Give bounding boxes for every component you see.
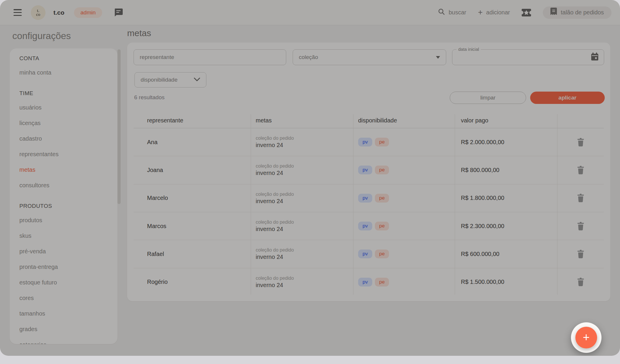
screen: t. co t.co admin buscar — [0, 0, 620, 364]
app-window: t. co t.co admin buscar — [0, 0, 620, 356]
plus-icon: + — [583, 331, 589, 343]
add-meta-fab[interactable]: + — [575, 327, 597, 348]
spotlight-overlay — [0, 0, 620, 356]
